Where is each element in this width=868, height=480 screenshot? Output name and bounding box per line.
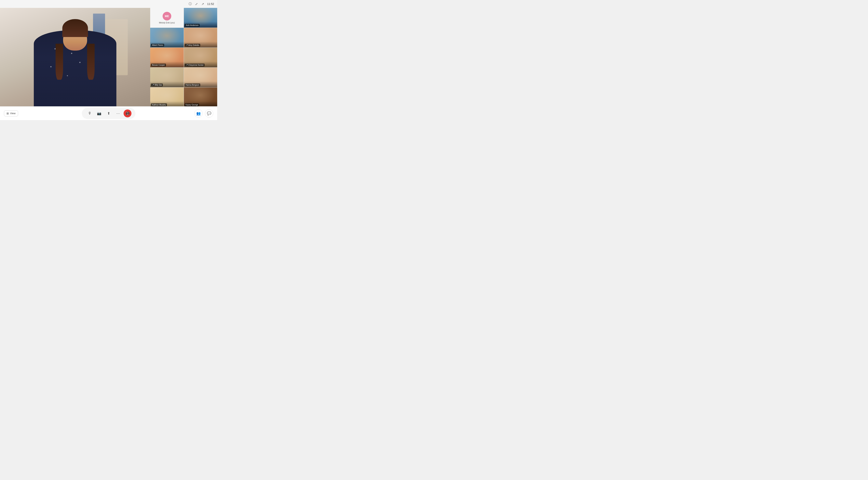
- participant-tile-billy: 🎤 Billy Dai: [150, 68, 184, 87]
- end-call-button[interactable]: 📵: [124, 109, 131, 117]
- view-button[interactable]: ⊞ View: [4, 110, 18, 116]
- participant-tile-hanna: Hanna Bergson: [184, 68, 217, 87]
- participant-name-kasey: Kasey George: [186, 104, 198, 106]
- bottom-bar: ⊞ View 🎙 📷 ⬆ ⋯ 📵 👥 💬: [0, 106, 217, 120]
- top-bar: ⓘ ⤢ ↗ 11:52: [0, 0, 217, 8]
- self-tile: ME Melody Enki (you): [150, 8, 184, 28]
- microphone-icon: 🎙: [88, 111, 91, 115]
- main-video-feed: [0, 8, 150, 120]
- info-icon[interactable]: ⓘ: [188, 2, 192, 6]
- main-container: Bessie Cooper ME Melody Enki (you): [0, 8, 217, 120]
- external-link-icon[interactable]: ↗: [201, 2, 205, 6]
- view-icon: ⊞: [6, 112, 9, 115]
- view-label: View: [10, 112, 16, 115]
- main-video-area: Bessie Cooper: [0, 8, 150, 120]
- participant-tile-kathryn: Kathryn Murphy: [150, 88, 184, 107]
- mute-icon-billy: 🎤: [152, 84, 154, 86]
- participant-label-kathryn: Kathryn Murphy: [151, 103, 167, 106]
- chat-button[interactable]: 💬: [205, 109, 213, 117]
- participant-grid: ME Melody Enki (you) Josh Anderson: [150, 8, 217, 107]
- participant-name-hanna: Hanna Bergson: [186, 84, 199, 86]
- more-icon: ⋯: [116, 111, 120, 115]
- participant-label-bessie: Bessie Cooper: [151, 64, 166, 67]
- participant-tile-bessie: Bessie Cooper: [150, 48, 184, 67]
- participant-label-amy: 🎤 Amy Dokidis: [185, 44, 200, 47]
- participant-name-billy: Billy Dai: [155, 84, 162, 86]
- more-button[interactable]: ⋯: [114, 109, 122, 117]
- participant-tile-kasey: Kasey George: [184, 88, 217, 107]
- chat-icon: 💬: [207, 111, 211, 115]
- participant-name-amy: Amy Dokidis: [188, 44, 199, 46]
- participant-tile-josh: Josh Anderson: [184, 8, 217, 28]
- camera-icon: 📷: [97, 111, 101, 115]
- participant-name-cheyenne: Cheyenne Kenter: [188, 64, 204, 66]
- end-call-icon: 📵: [125, 111, 130, 116]
- participant-label-cheyenne: 🎤 Cheyenne Kenter: [185, 64, 205, 67]
- participant-name-albert: Albert Flores: [152, 44, 163, 46]
- share-screen-button[interactable]: ⬆: [105, 109, 113, 117]
- participant-tile-albert: Albert Flores: [150, 28, 184, 47]
- participant-label-billy: 🎤 Billy Dai: [151, 83, 163, 87]
- participant-label-josh: Josh Anderson: [185, 24, 200, 27]
- clock-display: 11:52: [207, 2, 214, 5]
- participant-name-bessie: Bessie Cooper: [152, 64, 165, 66]
- participant-tile-amy: 🎤 Amy Dokidis: [184, 28, 217, 47]
- camera-button[interactable]: 📷: [95, 109, 103, 117]
- participants-button[interactable]: 👥: [194, 109, 203, 117]
- participant-tile-cheyenne: 🎤 Cheyenne Kenter: [184, 48, 217, 67]
- collapse-icon[interactable]: ⤢: [194, 2, 198, 6]
- mute-icon-cheyenne: 🎤: [186, 64, 188, 66]
- microphone-button[interactable]: 🎙: [86, 109, 94, 117]
- participant-name-kathryn: Kathryn Murphy: [152, 104, 166, 106]
- controls-center: 🎙 📷 ⬆ ⋯ 📵: [82, 108, 135, 119]
- controls-right: 👥 💬: [194, 109, 213, 117]
- mute-icon-amy: 🎤: [186, 44, 188, 46]
- self-avatar: ME: [163, 12, 171, 21]
- participants-icon: 👥: [196, 111, 200, 115]
- self-name: Melody Enki (you): [159, 22, 175, 24]
- video-sidebar: ME Melody Enki (you) Josh Anderson: [150, 8, 217, 120]
- participant-label-hanna: Hanna Bergson: [185, 83, 200, 87]
- participant-label-kasey: Kasey George: [185, 103, 199, 106]
- participant-label-albert: Albert Flores: [151, 44, 164, 47]
- participant-name-josh: Josh Anderson: [186, 24, 199, 26]
- share-icon: ⬆: [107, 111, 110, 115]
